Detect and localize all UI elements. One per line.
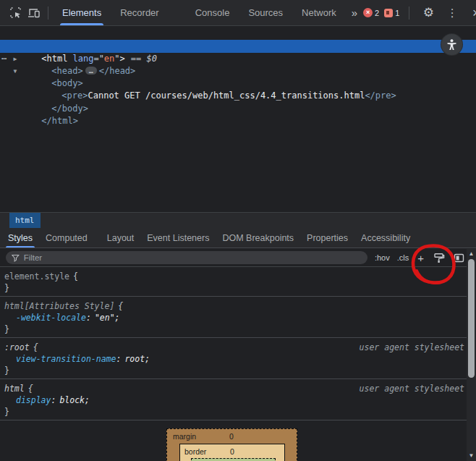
funnel-filter-icon	[12, 254, 20, 262]
rule-selector[interactable]: html	[4, 383, 25, 394]
rule-selector[interactable]: :root	[4, 342, 30, 353]
toolbar-divider	[409, 7, 409, 20]
inspect-element-icon[interactable]	[6, 4, 25, 22]
tab-dom-breakpoints[interactable]: DOM Breakpoints	[216, 228, 300, 248]
border-top-value[interactable]: 0	[230, 447, 234, 456]
dom-node-pre[interactable]: <pre>Cannot GET /courses/web/html_css/4.…	[0, 77, 476, 90]
css-property[interactable]: -webkit-locale:"en";	[4, 312, 464, 323]
element-classes-button[interactable]: .cls	[397, 253, 409, 262]
styles-filter-row: :hov .cls +	[0, 249, 476, 267]
rule-selector[interactable]: html[Attributes Style]	[4, 300, 114, 312]
elements-dom-tree: <!DOCTYPE html> ⋯<htmllang="en">== $0 ▶<…	[0, 26, 476, 212]
styles-pane: :hov .cls +	[0, 249, 476, 461]
box-model-diagram: margin 0 border 0	[166, 428, 297, 461]
error-icon: ×	[363, 8, 373, 17]
dom-node-html-selected[interactable]: ⋯<htmllang="en">== $0	[0, 40, 476, 52]
accessibility-person-icon[interactable]	[441, 34, 462, 55]
devtools-toolbar: Elements Recorder Console Sources Networ…	[0, 0, 476, 26]
scroll-up-arrow[interactable]: ▲	[467, 250, 476, 258]
filter-input[interactable]	[24, 253, 362, 262]
css-property[interactable]: view-transition-name:root;	[4, 353, 464, 365]
tab-network[interactable]: Network	[292, 0, 346, 25]
css-property[interactable]: display:block;	[4, 394, 464, 406]
toggle-element-state-button[interactable]: :hov	[375, 253, 390, 262]
css-rule-html: html{ user agent stylesheet display:bloc…	[0, 379, 476, 420]
tab-styles[interactable]: Styles	[1, 228, 39, 248]
tab-accessibility[interactable]: Accessibility	[354, 228, 417, 248]
css-rules-list: element.style{ } html[Attributes Style]{…	[0, 267, 476, 420]
collapse-arrow-icon[interactable]: ▼	[12, 65, 19, 77]
tab-event-listeners[interactable]: Event Listeners	[140, 228, 216, 248]
toggle-computed-sidebar-icon[interactable]	[454, 253, 464, 263]
issues-badge[interactable]: 1	[384, 9, 399, 17]
styles-filter[interactable]	[6, 251, 367, 264]
scroll-down-arrow[interactable]: ▼	[467, 452, 476, 460]
paint-brush-icon[interactable]	[433, 252, 445, 264]
tab-elements[interactable]: Elements	[53, 0, 111, 25]
devtools-window: Elements Recorder Console Sources Networ…	[0, 0, 476, 461]
console-error-badge[interactable]: × 2	[363, 8, 379, 17]
stylesheet-origin: user agent stylesheet	[360, 383, 464, 394]
rule-selector[interactable]: element.style	[4, 271, 69, 282]
dom-node-html-close[interactable]: </html>	[0, 103, 476, 115]
tab-sources[interactable]: Sources	[239, 0, 292, 25]
panel-tabs: Elements Recorder Console Sources Networ…	[53, 0, 363, 25]
styles-sidebar-tabs: Styles Computed Layout Event Listeners D…	[0, 228, 476, 248]
dom-node-body-close[interactable]: </body>	[0, 90, 476, 102]
kebab-menu-icon[interactable]: ⋮	[443, 4, 462, 22]
issues-icon	[384, 9, 393, 17]
css-rule-attributes-style: html[Attributes Style]{ -webkit-locale:"…	[0, 297, 476, 338]
tab-layout[interactable]: Layout	[101, 228, 141, 248]
margin-top-value[interactable]: 0	[229, 432, 234, 441]
css-rule-element-style: element.style{ }	[0, 267, 476, 297]
dom-node-doctype[interactable]: <!DOCTYPE html>	[0, 28, 476, 40]
dom-node-body[interactable]: ▼<body>	[0, 65, 476, 77]
more-tabs-button[interactable]: »	[346, 0, 363, 25]
breadcrumb: html	[0, 212, 476, 228]
device-toolbar-icon[interactable]	[25, 4, 43, 22]
box-model-margin[interactable]: margin 0 border 0	[166, 428, 297, 461]
css-rule-root: :root{ user agent stylesheet view-transi…	[0, 338, 476, 379]
box-model-border[interactable]: border 0	[179, 444, 285, 461]
expand-arrow-icon[interactable]: ▶	[12, 53, 19, 65]
stylesheet-origin: user agent stylesheet	[360, 342, 464, 353]
settings-icon[interactable]: ⚙	[419, 4, 438, 22]
breadcrumb-crumb-html[interactable]: html	[9, 213, 41, 228]
close-icon[interactable]: ×	[467, 4, 476, 22]
toolbar-divider	[48, 7, 48, 20]
tab-recorder[interactable]: Recorder	[111, 0, 168, 25]
tab-properties[interactable]: Properties	[300, 228, 354, 248]
new-style-rule-button[interactable]: +	[417, 252, 424, 264]
dom-node-head[interactable]: ▶<head>…</head>	[0, 53, 476, 65]
styles-scrollbar[interactable]: ▲ ▼	[467, 249, 476, 461]
tab-console[interactable]: Console	[186, 0, 239, 25]
tab-computed[interactable]: Computed	[39, 228, 94, 248]
box-model-padding[interactable]	[191, 458, 276, 461]
scrollbar-thumb[interactable]	[468, 259, 475, 378]
